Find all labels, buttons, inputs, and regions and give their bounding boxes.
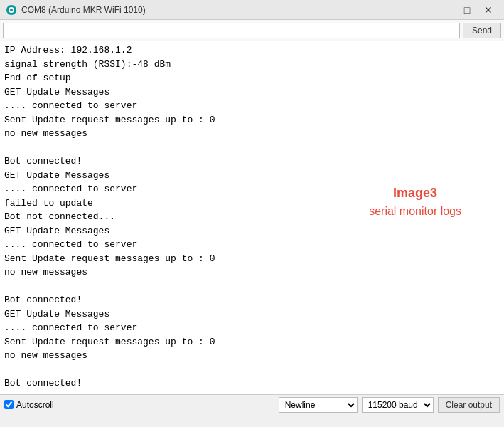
log-line: no new messages	[4, 265, 500, 280]
log-line: Sent Update request messages up to : 0	[4, 113, 500, 127]
clear-output-button[interactable]: Clear output	[438, 397, 500, 413]
window-title: COM8 (Arduino MKR WiFi 1010)	[21, 5, 436, 15]
svg-point-2	[10, 9, 13, 11]
title-bar: COM8 (Arduino MKR WiFi 1010) — □ ✕	[0, 0, 504, 20]
log-line: failed to update	[4, 196, 500, 211]
log-line: no new messages	[4, 349, 500, 363]
toolbar: Send	[0, 20, 504, 41]
minimize-button[interactable]: —	[436, 2, 456, 18]
autoscroll-container: Autoscroll	[4, 400, 54, 410]
log-line: IP Address: 192.168.1.2	[4, 43, 500, 58]
log-line	[4, 363, 500, 377]
log-line: Bot connected!	[4, 293, 500, 307]
log-line: GET Update Messages	[4, 169, 500, 183]
log-line: signal strength (RSSI):-48 dBm	[4, 58, 500, 72]
log-line: Sent Update request messages up to : 0	[4, 335, 500, 349]
log-line: Sent Update request messages up to : 0	[4, 252, 500, 266]
newline-dropdown[interactable]: No line endingNewlineCarriage returnBoth…	[279, 397, 358, 413]
window-controls: — □ ✕	[436, 2, 498, 18]
log-line: .... connected to server	[4, 99, 500, 113]
log-line: Bot not connected...	[4, 210, 500, 224]
autoscroll-label[interactable]: Autoscroll	[16, 400, 54, 410]
log-line: .... connected to server	[4, 238, 500, 252]
maximize-button[interactable]: □	[457, 2, 477, 18]
monitor-output: Attempting to connect to SSID: HomeWifiS…	[0, 41, 504, 394]
log-line: .... connected to server	[4, 182, 500, 196]
send-input[interactable]	[3, 23, 460, 38]
log-line: Bot connected!	[4, 154, 500, 169]
log-line: GET Update Messages	[4, 224, 500, 238]
log-line	[4, 280, 500, 294]
app-icon	[6, 4, 17, 16]
send-button[interactable]: Send	[463, 23, 501, 38]
log-line: no new messages	[4, 127, 500, 141]
autoscroll-checkbox[interactable]	[4, 400, 14, 409]
log-line: End of setup	[4, 71, 500, 85]
close-button[interactable]: ✕	[478, 2, 498, 18]
log-line: Bot connected!	[4, 376, 500, 391]
log-line	[4, 141, 500, 155]
baud-dropdown[interactable]: 300 baud1200 baud2400 baud4800 baud9600 …	[362, 397, 434, 413]
log-line: GET Update Messages	[4, 85, 500, 100]
status-bar: Autoscroll No line endingNewlineCarriage…	[0, 394, 504, 414]
log-line: GET Update Messages	[4, 307, 500, 322]
log-line: .... connected to server	[4, 321, 500, 335]
